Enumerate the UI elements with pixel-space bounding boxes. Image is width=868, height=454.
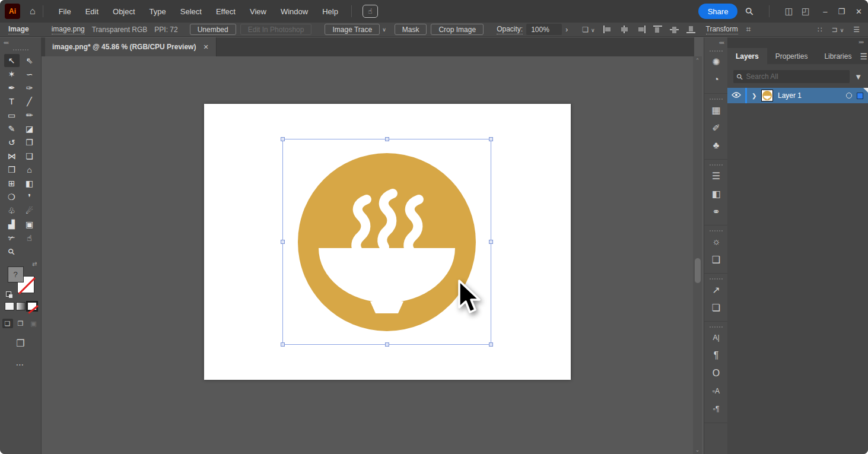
artboard-tool[interactable]: ▣: [22, 218, 37, 231]
opacity-expand-icon[interactable]: ›: [565, 26, 568, 34]
layer-row[interactable]: ❯ Layer 1: [727, 88, 868, 103]
menu-type[interactable]: Type: [144, 5, 172, 18]
line-segment-tool[interactable]: ╱: [22, 95, 37, 108]
canvas-pasteboard[interactable]: [42, 56, 694, 454]
shape-builder-tool[interactable]: ❒: [4, 163, 20, 176]
gradient-tool[interactable]: ◧: [22, 177, 37, 190]
image-trace-button[interactable]: Image Trace: [325, 24, 380, 35]
rotate-tool[interactable]: ↺: [4, 136, 20, 149]
grip-dots[interactable]: [710, 99, 723, 100]
selection-tool[interactable]: ↖: [4, 54, 20, 67]
eyedropper-tool[interactable]: ❜: [22, 191, 37, 204]
slice-tool[interactable]: ✃: [4, 231, 20, 245]
selection-handle[interactable]: [281, 240, 285, 244]
expand-layer-icon[interactable]: ❯: [752, 93, 761, 99]
align-middle-icon[interactable]: [670, 26, 679, 33]
touch-workspace-icon[interactable]: ☝: [363, 5, 378, 18]
grip-dots[interactable]: [710, 326, 723, 328]
swap-fill-stroke-icon[interactable]: ⇄: [32, 261, 37, 267]
selection-handle[interactable]: [489, 240, 493, 244]
width-tool[interactable]: ⋈: [4, 150, 20, 163]
panel-dock-icon[interactable]: ⊐∨: [832, 26, 844, 34]
mesh-tool[interactable]: ⊞: [4, 177, 20, 190]
vertical-scrollbar[interactable]: ⌃ ⌄: [693, 56, 702, 454]
grip-dots[interactable]: [710, 230, 723, 231]
grip-dots[interactable]: [13, 49, 28, 50]
change-screen-mode-icon[interactable]: ❐: [0, 338, 41, 349]
tab-properties[interactable]: Properties: [767, 48, 816, 64]
layer-selection-indicator[interactable]: [857, 93, 863, 99]
bounding-box-icon[interactable]: ⌗: [746, 24, 751, 34]
color-guide-panel-icon[interactable]: ◔: [704, 71, 728, 88]
fill-swatch[interactable]: ?: [8, 266, 24, 282]
character-styles-panel-icon[interactable]: ▫A: [704, 382, 728, 400]
illustrator-logo-icon[interactable]: Ai: [5, 4, 20, 19]
eraser-tool[interactable]: ◪: [22, 122, 37, 135]
align-right-icon[interactable]: [637, 26, 646, 33]
grip-dots[interactable]: [710, 164, 723, 166]
scroll-down-icon[interactable]: ⌄: [693, 447, 702, 453]
document-setup-icon[interactable]: ❏∨: [582, 26, 594, 34]
opacity-label[interactable]: Opacity:: [497, 25, 523, 34]
collapse-tools-icon[interactable]: ««: [4, 40, 8, 46]
perspective-grid-tool[interactable]: ⌂: [22, 163, 37, 176]
menu-window[interactable]: Window: [275, 5, 314, 18]
graphic-styles-panel-icon[interactable]: ❑: [704, 250, 728, 268]
document-tab[interactable]: image.png* @ 45.86 % (RGB/CPU Preview) ✕: [45, 37, 217, 56]
selection-handle[interactable]: [281, 342, 285, 347]
stroke-panel-icon[interactable]: ☰: [704, 167, 728, 185]
expand-panels-icon[interactable]: »»: [727, 37, 868, 48]
artboards-panel-icon[interactable]: ❏: [704, 299, 728, 316]
unembed-button[interactable]: Unembed: [190, 24, 236, 35]
type-tool[interactable]: T: [4, 95, 20, 108]
layers-search-box[interactable]: ⚲: [733, 70, 850, 83]
appearance-panel-icon[interactable]: ☼: [704, 233, 728, 250]
symbol-sprayer-tool[interactable]: ☄: [22, 204, 37, 217]
selection-handle[interactable]: [385, 342, 389, 347]
curvature-tool[interactable]: ✑: [22, 81, 37, 94]
panel-menu-icon[interactable]: ☰: [860, 48, 868, 64]
scrollbar-thumb[interactable]: [695, 258, 701, 283]
menu-select[interactable]: Select: [174, 5, 208, 18]
pencil-tool[interactable]: ✎: [4, 122, 20, 135]
file-name-link[interactable]: image.png: [52, 25, 85, 34]
rectangle-tool[interactable]: ▭: [4, 109, 20, 122]
layer-name[interactable]: Layer 1: [778, 91, 802, 100]
color-button[interactable]: [5, 302, 14, 310]
blend-tool[interactable]: ❍: [4, 191, 20, 204]
symbols-panel-icon[interactable]: ♣: [704, 136, 728, 154]
pen-tool[interactable]: ✒: [4, 81, 20, 94]
selection-handle[interactable]: [385, 137, 389, 141]
workspace-switcher-icon[interactable]: ◰: [802, 6, 810, 17]
align-center-icon[interactable]: [620, 26, 629, 33]
zoom-tool[interactable]: ⚲: [4, 245, 20, 258]
control-menu-icon[interactable]: ☰: [853, 26, 860, 34]
default-fill-stroke-icon[interactable]: [6, 291, 11, 297]
brushes-panel-icon[interactable]: ✐: [704, 119, 728, 136]
export-panel-icon[interactable]: ↗: [704, 281, 728, 299]
swatches-panel-icon[interactable]: ▦: [704, 101, 728, 119]
close-button[interactable]: ✕: [856, 7, 862, 16]
filter-funnel-icon[interactable]: ▼: [854, 72, 862, 81]
layers-search-input[interactable]: [746, 72, 847, 81]
draw-behind-mode-button[interactable]: ❐: [15, 319, 26, 328]
symbols-tool[interactable]: ♧: [4, 204, 20, 217]
menu-object[interactable]: Object: [107, 5, 141, 18]
color-panel-icon[interactable]: ✺: [704, 53, 728, 71]
restore-button[interactable]: ❐: [838, 7, 845, 16]
scale-tool[interactable]: ❐: [22, 136, 37, 149]
fill-stroke-control[interactable]: ⇄ ?: [8, 266, 34, 293]
share-button[interactable]: Share: [698, 4, 738, 19]
free-transform-tool[interactable]: ❏: [22, 150, 37, 163]
align-bottom-icon[interactable]: [686, 26, 695, 33]
selection-handle[interactable]: [489, 137, 493, 141]
opentype-panel-icon[interactable]: O: [704, 364, 728, 382]
selection-handle[interactable]: [489, 342, 493, 347]
grip-dots[interactable]: [710, 50, 723, 52]
paragraph-styles-panel-icon[interactable]: ▫¶: [704, 400, 728, 418]
magic-wand-tool[interactable]: ✶: [4, 68, 20, 81]
tab-layers[interactable]: Layers: [727, 48, 767, 64]
minimize-button[interactable]: –: [823, 7, 827, 16]
character-panel-icon[interactable]: A|: [704, 329, 728, 347]
gradient-panel-icon[interactable]: ◧: [704, 185, 728, 202]
